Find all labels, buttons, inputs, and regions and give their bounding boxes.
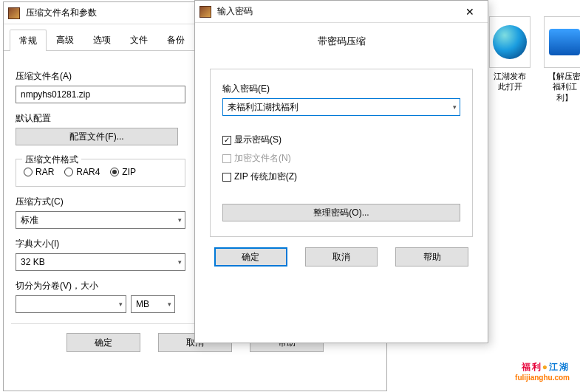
chevron-down-icon: ▾ [119, 300, 123, 308]
enter-password-label: 输入密码(E) [222, 83, 460, 95]
tab-files[interactable]: 文件 [120, 29, 157, 50]
close-button[interactable]: ✕ [455, 4, 485, 19]
chevron-down-icon: ▾ [453, 103, 457, 111]
password-cancel-button[interactable]: 取消 [305, 247, 378, 267]
split-unit-combo[interactable]: MB▾ [131, 295, 175, 313]
site-url: fulijianghu.com [515, 374, 570, 382]
desktop-icon-caption: 【解压密 福利江 利】 [544, 71, 580, 103]
chevron-down-icon: ▾ [178, 216, 182, 224]
tab-options[interactable]: 选项 [83, 29, 120, 50]
password-help-button[interactable]: 帮助 [395, 247, 468, 267]
chevron-down-icon: ▾ [168, 300, 171, 308]
tab-general[interactable]: 常规 [10, 30, 47, 51]
desktop-icon[interactable]: 【解压密 福利江 利】 [544, 16, 580, 103]
archive-name-input[interactable] [16, 86, 185, 103]
chevron-down-icon: ▾ [178, 258, 182, 266]
winrar-icon [198, 4, 213, 19]
desktop-icon[interactable]: 江湖发布 此打开 [489, 16, 530, 103]
format-rar[interactable]: RAR [24, 167, 54, 177]
format-legend: 压缩文件格式 [22, 154, 81, 166]
password-titlebar: 输入密码 ✕ [195, 1, 488, 23]
password-ok-button[interactable]: 确定 [214, 247, 287, 267]
winrar-icon [7, 6, 21, 21]
zip-legacy-checkbox[interactable]: ZIP 传统加密(Z) [222, 171, 460, 183]
profile-button[interactable]: 配置文件(F)... [16, 128, 178, 145]
format-zip[interactable]: ZIP [110, 167, 136, 177]
password-footer: 确定 取消 帮助 [210, 237, 473, 267]
password-input[interactable]: 来福利江湖找福利 ▾ [222, 98, 460, 116]
format-rar4[interactable]: RAR4 [64, 167, 100, 177]
dict-size-combo[interactable]: 32 KB▾ [16, 253, 185, 271]
password-frame: 输入密码(E) 来福利江湖找福利 ▾ ✓显示密码(S) 加密文件名(N) ZIP… [210, 69, 473, 237]
edge-icon [489, 16, 530, 68]
compression-method-combo[interactable]: 标准▾ [16, 211, 185, 229]
split-size-combo[interactable]: ▾ [16, 295, 126, 313]
organize-passwords-button[interactable]: 整理密码(O)... [222, 204, 460, 221]
desktop-icons: 江湖发布 此打开 【解压密 福利江 利】 [489, 16, 580, 103]
show-password-checkbox[interactable]: ✓显示密码(S) [222, 134, 460, 146]
password-body: 带密码压缩 输入密码(E) 来福利江湖找福利 ▾ ✓显示密码(S) 加密文件名(… [195, 23, 488, 274]
password-title: 输入密码 [217, 5, 455, 18]
tab-backup[interactable]: 备份 [157, 29, 194, 50]
image-file-icon [544, 16, 580, 68]
site-logo: 福利●江湖 fulijianghu.com [515, 360, 570, 382]
desktop-icon-caption: 江湖发布 此打开 [489, 71, 530, 92]
tab-advanced[interactable]: 高级 [47, 29, 83, 50]
encrypt-filenames-checkbox: 加密文件名(N) [222, 152, 460, 165]
password-subtitle: 带密码压缩 [210, 35, 473, 48]
password-dialog: 输入密码 ✕ 带密码压缩 输入密码(E) 来福利江湖找福利 ▾ ✓显示密码(S)… [194, 0, 488, 343]
archive-ok-button[interactable]: 确定 [66, 333, 140, 352]
